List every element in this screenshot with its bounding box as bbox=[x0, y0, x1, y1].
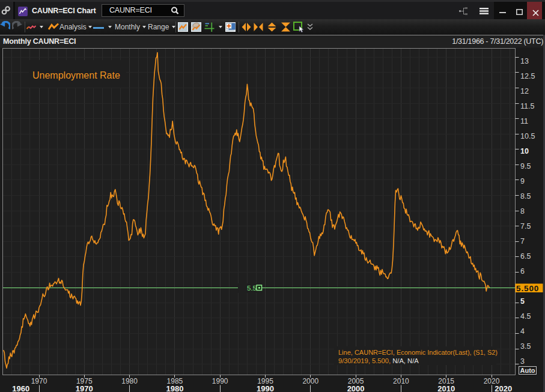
svg-text:2010: 2010 bbox=[393, 377, 409, 385]
svg-text:4.5: 4.5 bbox=[520, 312, 531, 321]
svg-text:6.5: 6.5 bbox=[520, 252, 531, 261]
svg-text:7.5: 7.5 bbox=[520, 222, 531, 231]
svg-text:Line, CAUNR=ECI, Economic Indi: Line, CAUNR=ECI, Economic Indicator(Last… bbox=[338, 349, 498, 356]
svg-text:2020: 2020 bbox=[495, 384, 512, 392]
svg-text:4: 4 bbox=[520, 327, 525, 336]
svg-text:2010: 2010 bbox=[437, 384, 455, 392]
svg-text:10.5: 10.5 bbox=[520, 132, 535, 140]
svg-text:1960: 1960 bbox=[12, 384, 29, 392]
svg-text:8.5: 8.5 bbox=[520, 192, 531, 201]
svg-text:12: 12 bbox=[520, 87, 529, 95]
svg-text:9/30/2019, 5.500, N/A, N/A: 9/30/2019, 5.500, N/A, N/A bbox=[338, 357, 419, 364]
svg-text:2000: 2000 bbox=[347, 384, 365, 392]
svg-text:9: 9 bbox=[520, 177, 525, 185]
svg-text:1980: 1980 bbox=[166, 384, 183, 392]
svg-text:11.5: 11.5 bbox=[520, 102, 534, 110]
svg-text:11: 11 bbox=[520, 117, 528, 125]
svg-text:8: 8 bbox=[520, 207, 525, 216]
svg-text:1980: 1980 bbox=[121, 377, 138, 385]
svg-text:7: 7 bbox=[520, 237, 525, 246]
svg-text:13: 13 bbox=[520, 57, 529, 65]
svg-text:9.5: 9.5 bbox=[520, 162, 531, 170]
svg-text:1970: 1970 bbox=[76, 384, 93, 392]
svg-text:5: 5 bbox=[520, 297, 525, 306]
svg-text:1970: 1970 bbox=[31, 377, 47, 385]
svg-text:3: 3 bbox=[520, 357, 525, 366]
svg-text:5.5: 5.5 bbox=[247, 285, 257, 292]
svg-text:5.500: 5.500 bbox=[516, 284, 539, 293]
svg-text:1990: 1990 bbox=[257, 384, 274, 392]
svg-text:10: 10 bbox=[520, 147, 529, 155]
svg-text:6: 6 bbox=[520, 267, 525, 276]
svg-text:Unemployment Rate: Unemployment Rate bbox=[32, 70, 120, 80]
svg-text:12.5: 12.5 bbox=[520, 72, 535, 80]
svg-text:Auto: Auto bbox=[520, 367, 535, 374]
svg-text:3.5: 3.5 bbox=[520, 342, 531, 351]
svg-text:1990: 1990 bbox=[212, 377, 228, 385]
svg-text:2000: 2000 bbox=[302, 377, 318, 385]
